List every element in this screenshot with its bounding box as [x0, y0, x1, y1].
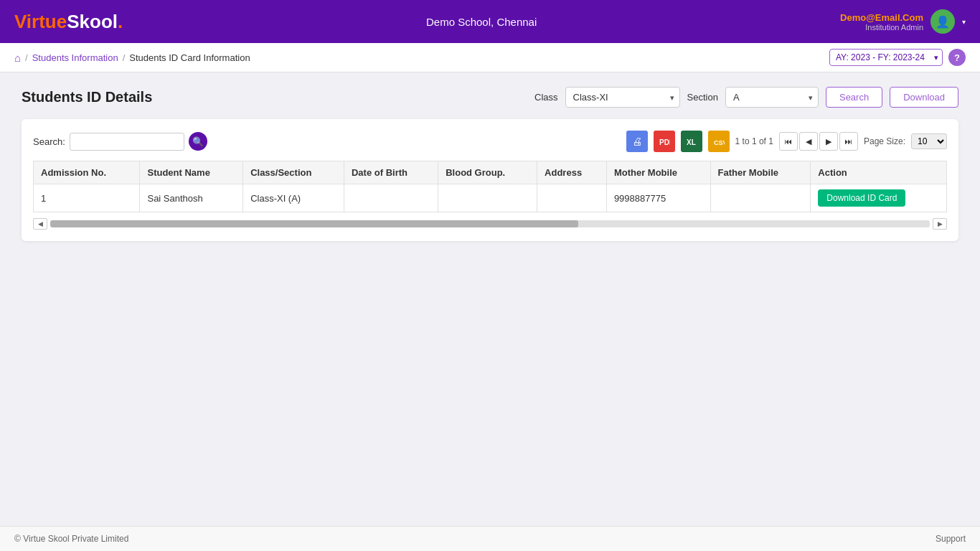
user-dropdown-arrow[interactable]: ▾	[962, 18, 966, 26]
breadcrumb-sep-1: /	[25, 52, 28, 63]
avatar[interactable]: 👤	[930, 9, 955, 34]
table-row: 1 Sai Santhosh Class-XI (A) 9998887775 D…	[34, 184, 947, 212]
col-class-section: Class/Section	[243, 161, 344, 184]
download-id-card-button[interactable]: Download ID Card	[818, 189, 905, 207]
cell-mother-mobile: 9998887775	[606, 184, 710, 212]
pag-last-button[interactable]: ⏭	[839, 132, 858, 151]
page-size-select[interactable]: 10 25 50	[911, 133, 947, 149]
page-title: Students ID Details	[22, 89, 152, 105]
search-icon: 🔍	[189, 132, 207, 151]
pag-first-button[interactable]: ⏮	[779, 132, 798, 151]
scroll-left-button[interactable]: ◀	[33, 218, 47, 230]
logo-virtue: Virtue	[14, 11, 67, 32]
search-icon-button[interactable]: 🔍	[189, 132, 207, 151]
breadcrumb-students-info[interactable]: Students Information	[32, 52, 118, 63]
logo-dot: .	[118, 11, 123, 32]
cell-admission-no: 1	[34, 184, 140, 212]
section-select-wrapper: A	[725, 87, 819, 108]
cell-student-name: Sai Santhosh	[140, 184, 243, 212]
svg-text:CSV: CSV	[714, 139, 725, 146]
export-pdf-button[interactable]: PDF	[654, 131, 675, 152]
search-row: Search: 🔍	[33, 132, 207, 151]
logo: VirtueSkool.	[14, 11, 123, 33]
col-mother-mobile: Mother Mobile	[606, 161, 710, 184]
cell-address	[537, 184, 607, 212]
breadcrumb-current: Students ID Card Information	[129, 52, 250, 63]
cell-blood-group	[438, 184, 537, 212]
class-label: Class	[534, 92, 558, 103]
breadcrumb-bar: ⌂ / Students Information / Students ID C…	[0, 43, 980, 72]
filter-row: Class Class-XI Section A Search Download	[534, 87, 958, 108]
cell-action: Download ID Card	[811, 184, 947, 212]
breadcrumb-sep-2: /	[123, 52, 126, 63]
home-icon[interactable]: ⌂	[14, 52, 21, 64]
fy-select-wrapper: AY: 2023 - FY: 2023-24	[829, 49, 943, 66]
section-select[interactable]: A	[725, 87, 819, 108]
scroll-right-button[interactable]: ▶	[933, 218, 947, 230]
col-father-mobile: Father Mobile	[710, 161, 811, 184]
breadcrumb: ⌂ / Students Information / Students ID C…	[14, 52, 250, 64]
breadcrumb-right: AY: 2023 - FY: 2023-24 ?	[829, 49, 966, 66]
help-button[interactable]: ?	[948, 49, 966, 66]
page-size-label: Page Size:	[864, 136, 905, 146]
scroll-track[interactable]	[50, 220, 930, 227]
export-csv-button[interactable]: CSV	[708, 131, 730, 152]
col-dob: Date of Birth	[344, 161, 438, 184]
main-content: Students ID Details Class Class-XI Secti…	[0, 72, 980, 526]
table-header: Admission No. Student Name Class/Section…	[34, 161, 947, 184]
header-right: Demo@Email.Com Institution Admin 👤 ▾	[840, 9, 966, 34]
search-label: Search:	[33, 136, 65, 147]
data-table: Admission No. Student Name Class/Section…	[33, 161, 947, 212]
svg-text:XL: XL	[687, 138, 696, 146]
footer: © Virtue Skool Private Limited Support	[0, 526, 980, 551]
class-select[interactable]: Class-XI	[565, 87, 680, 108]
user-info: Demo@Email.Com Institution Admin	[840, 12, 923, 32]
export-excel-button[interactable]: XL	[681, 131, 702, 152]
page-title-row: Students ID Details Class Class-XI Secti…	[22, 87, 958, 108]
user-email: Demo@Email.Com	[840, 12, 923, 23]
table-body: 1 Sai Santhosh Class-XI (A) 9998887775 D…	[34, 184, 947, 212]
section-label: Section	[687, 92, 718, 103]
table-toolbar: Search: 🔍 🖨 PDF XL CSV 1 to 1 of 1	[33, 131, 947, 152]
cell-father-mobile	[710, 184, 811, 212]
class-select-wrapper: Class-XI	[565, 87, 680, 108]
user-role: Institution Admin	[840, 23, 923, 32]
col-admission-no: Admission No.	[34, 161, 140, 184]
logo-skool: Skool	[67, 11, 118, 32]
search-button[interactable]: Search	[826, 87, 882, 108]
cell-dob	[344, 184, 438, 212]
school-name: Demo School, Chennai	[426, 16, 537, 28]
table-card: Search: 🔍 🖨 PDF XL CSV 1 to 1 of 1	[22, 119, 958, 241]
col-address: Address	[537, 161, 607, 184]
cell-class-section: Class-XI (A)	[243, 184, 344, 212]
svg-text:PDF: PDF	[659, 138, 670, 146]
footer-support[interactable]: Support	[936, 534, 966, 544]
pagination-info: 1 to 1 of 1	[735, 136, 773, 146]
col-student-name: Student Name	[140, 161, 243, 184]
scroll-thumb	[50, 220, 578, 227]
toolbar-right: 🖨 PDF XL CSV 1 to 1 of 1 ⏮ ◀ ▶ ⏭ Page Si…	[626, 131, 947, 152]
download-button[interactable]: Download	[890, 87, 958, 108]
pag-prev-button[interactable]: ◀	[799, 132, 818, 151]
col-action: Action	[811, 161, 947, 184]
header: VirtueSkool. Demo School, Chennai Demo@E…	[0, 0, 980, 43]
scroll-row: ◀ ▶	[33, 218, 947, 230]
pagination-buttons: ⏮ ◀ ▶ ⏭	[779, 132, 858, 151]
search-input[interactable]	[70, 133, 184, 151]
pag-next-button[interactable]: ▶	[819, 132, 838, 151]
footer-copyright: © Virtue Skool Private Limited	[14, 534, 128, 544]
col-blood-group: Blood Group.	[438, 161, 537, 184]
export-print-button[interactable]: 🖨	[626, 131, 648, 152]
fy-select[interactable]: AY: 2023 - FY: 2023-24	[829, 49, 943, 66]
